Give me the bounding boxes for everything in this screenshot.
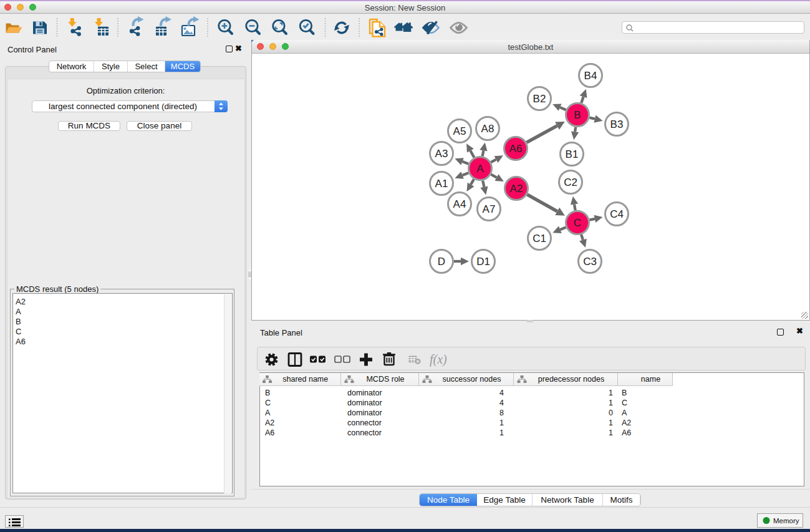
svg-text:B4: B4	[584, 70, 597, 82]
svg-text:A3: A3	[435, 148, 448, 160]
svg-text:C4: C4	[610, 208, 624, 220]
svg-text:D: D	[438, 256, 445, 268]
svg-text:A7: A7	[483, 203, 496, 215]
svg-text:C3: C3	[583, 256, 597, 268]
svg-text:A: A	[476, 163, 484, 175]
svg-text:B3: B3	[610, 118, 624, 130]
svg-text:Memory: Memory	[773, 517, 799, 525]
svg-text:A5: A5	[453, 125, 466, 137]
svg-text:C1: C1	[533, 233, 546, 244]
svg-text:f(x): f(x)	[430, 352, 447, 367]
svg-text:B1: B1	[566, 148, 579, 160]
svg-text:A1: A1	[435, 178, 448, 190]
svg-text:B2: B2	[533, 93, 546, 105]
svg-text:A4: A4	[453, 198, 466, 210]
svg-text:B: B	[574, 109, 581, 121]
svg-text:A6: A6	[509, 143, 523, 155]
svg-text:C2: C2	[564, 177, 577, 188]
svg-text:A2: A2	[510, 183, 523, 195]
svg-text:C: C	[574, 217, 581, 229]
svg-text:D1: D1	[476, 256, 490, 268]
svg-text:A8: A8	[481, 123, 494, 135]
